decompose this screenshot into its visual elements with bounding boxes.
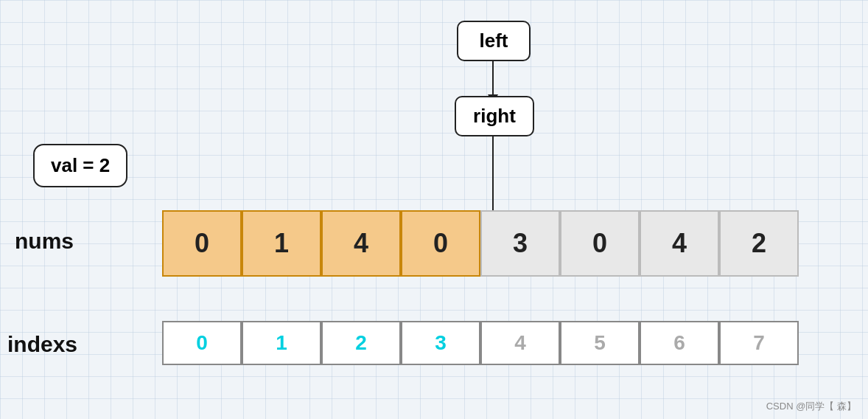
- diagram-container: left right val = 2 nums 0 1 4 0 3 0 4 2 …: [0, 0, 868, 419]
- nums-cell-3: 0: [401, 210, 480, 277]
- indexs-array: 0 1 2 3 4 5 6 7: [162, 321, 799, 365]
- nums-cell-5: 0: [560, 210, 640, 277]
- idx-cell-1: 1: [242, 321, 321, 365]
- left-label: left: [480, 30, 508, 52]
- nums-cell-1: 1: [242, 210, 321, 277]
- watermark: CSDN @同学【 森】: [766, 400, 856, 413]
- arrow-left-to-right: [492, 61, 494, 96]
- idx-cell-3: 3: [401, 321, 480, 365]
- nums-cell-0: 0: [162, 210, 242, 277]
- idx-cell-0: 0: [162, 321, 242, 365]
- arrow-right-to-array: [492, 136, 494, 218]
- left-pointer-box: left: [457, 21, 531, 61]
- idx-cell-2: 2: [321, 321, 401, 365]
- nums-label: nums: [15, 229, 74, 254]
- nums-cell-7: 2: [719, 210, 799, 277]
- nums-cell-4: 3: [480, 210, 560, 277]
- idx-cell-6: 6: [640, 321, 719, 365]
- right-label: right: [473, 105, 516, 128]
- idx-cell-7: 7: [719, 321, 799, 365]
- indexs-label: indexs: [7, 332, 77, 357]
- idx-cell-5: 5: [560, 321, 640, 365]
- idx-cell-4: 4: [480, 321, 560, 365]
- val-label: val = 2: [51, 154, 110, 176]
- nums-cell-6: 4: [640, 210, 719, 277]
- right-pointer-box: right: [455, 96, 534, 136]
- nums-array: 0 1 4 0 3 0 4 2: [162, 210, 799, 277]
- nums-cell-2: 4: [321, 210, 401, 277]
- val-box: val = 2: [33, 144, 127, 187]
